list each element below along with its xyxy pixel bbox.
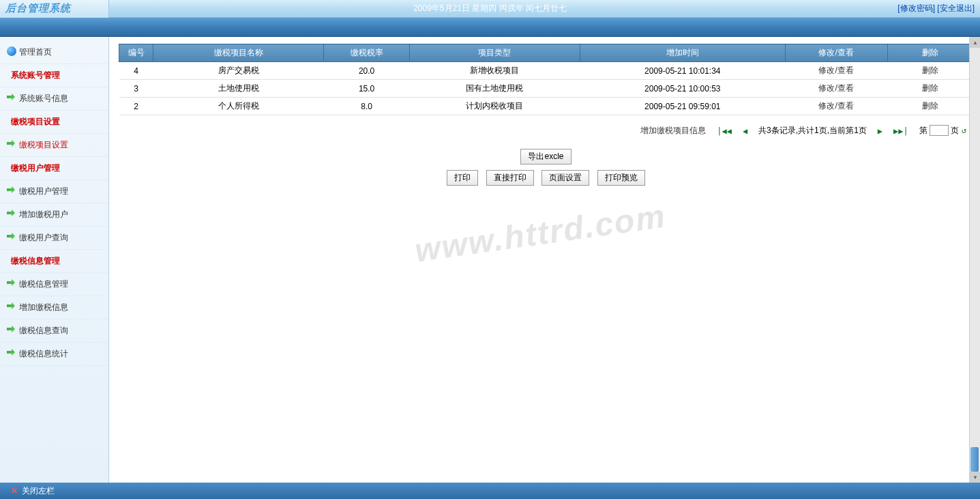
sidebar: 管理首页 系统账号管理系统账号信息缴税项目设置缴税项目设置缴税用户管理缴税用户管… <box>0 37 109 483</box>
arrow-icon <box>7 94 15 100</box>
page-setup-button[interactable]: 页面设置 <box>541 170 589 186</box>
column-header: 增加时间 <box>580 44 785 62</box>
change-password-link[interactable]: [修改密码] <box>897 3 935 13</box>
next-page-button[interactable]: ▶ <box>878 126 882 136</box>
sidebar-item[interactable]: 增加缴税用户 <box>0 203 108 227</box>
column-header: 项目类型 <box>409 44 580 62</box>
last-page-button[interactable]: ▶▶| <box>893 126 908 136</box>
sidebar-item-label: 增加缴税信息 <box>19 302 68 312</box>
sidebar-group-header: 缴税项目设置 <box>0 111 108 134</box>
sidebar-item[interactable]: 缴税信息统计 <box>0 343 108 366</box>
arrow-icon <box>7 140 15 147</box>
prev-page-button[interactable]: ◀ <box>743 126 747 136</box>
watermark: www.httrd.com <box>413 197 668 269</box>
table-row: 4房产交易税20.0新增收税项目2009-05-21 10:01:34修改/查看… <box>119 62 973 80</box>
scroll-down-icon[interactable]: ▼ <box>970 472 980 483</box>
sidebar-item[interactable]: 增加缴税信息 <box>0 296 108 319</box>
delete-link[interactable]: 删除 <box>922 83 938 93</box>
scroll-up-icon[interactable]: ▲ <box>970 37 980 48</box>
top-links: [修改密码] [安全退出] <box>897 3 980 14</box>
cell-rate: 8.0 <box>324 98 409 115</box>
cell-time: 2009-05-21 10:00:53 <box>580 80 785 98</box>
table-row: 3土地使用税15.0国有土地使用税2009-05-21 10:00:53修改/查… <box>119 80 973 98</box>
arrow-icon <box>7 233 15 240</box>
delete-link[interactable]: 删除 <box>922 66 938 75</box>
logout-link[interactable]: [安全退出] <box>937 3 975 13</box>
content-area: 编号缴税项目名称缴税税率项目类型增加时间修改/查看删除 4房产交易税20.0新增… <box>109 37 980 483</box>
arrow-icon <box>7 349 15 356</box>
sidebar-item[interactable]: 缴税项目设置 <box>0 134 108 157</box>
edit-view-link[interactable]: 修改/查看 <box>818 66 853 75</box>
sidebar-item[interactable]: 缴税用户管理 <box>0 180 108 203</box>
cell-time: 2009-05-21 09:59:01 <box>580 98 785 115</box>
sidebar-item[interactable]: 缴税信息查询 <box>0 319 108 343</box>
column-header: 删除 <box>887 44 972 62</box>
cell-name: 房产交易税 <box>153 62 324 80</box>
sidebar-group-header: 缴税用户管理 <box>0 157 108 180</box>
sidebar-group-header: 缴税信息管理 <box>0 250 108 273</box>
cell-type: 国有土地使用税 <box>409 80 580 98</box>
sidebar-item[interactable]: 系统账号信息 <box>0 87 108 111</box>
arrow-icon <box>7 279 15 286</box>
add-record-link[interactable]: 增加缴税项目信息 <box>640 125 706 137</box>
arrow-icon <box>7 186 15 193</box>
scrollbar[interactable]: ▲ ▼ <box>969 37 980 483</box>
sidebar-item-label: 缴税信息管理 <box>19 279 68 289</box>
sidebar-home[interactable]: 管理首页 <box>0 41 108 64</box>
cell-name: 土地使用税 <box>153 80 324 98</box>
close-icon: ✕ <box>11 486 18 496</box>
first-page-button[interactable]: |◀◀ <box>717 126 732 136</box>
cell-id: 2 <box>119 98 153 115</box>
scroll-thumb[interactable] <box>970 447 979 472</box>
sidebar-item-label: 缴税用户管理 <box>19 186 68 196</box>
column-header: 缴税项目名称 <box>153 44 324 62</box>
cell-rate: 15.0 <box>324 80 409 98</box>
cell-id: 3 <box>119 80 153 98</box>
logo: 后台管理系统 <box>0 0 109 18</box>
column-header: 修改/查看 <box>785 44 887 62</box>
second-bar <box>0 18 980 37</box>
cell-rate: 20.0 <box>324 62 409 80</box>
sidebar-item-label: 缴税用户查询 <box>19 233 68 242</box>
arrow-icon <box>7 302 15 309</box>
column-header: 缴税税率 <box>324 44 409 62</box>
sidebar-item-label: 缴税项目设置 <box>19 140 68 149</box>
page-jump-input[interactable] <box>930 125 949 136</box>
pager-summary: 共3条记录,共计1页,当前第1页 <box>758 125 867 137</box>
export-excel-button[interactable]: 导出excle <box>520 149 571 165</box>
sidebar-item[interactable]: 缴税信息管理 <box>0 273 108 296</box>
date-display: 2009年5月21日 星期四 丙戌年 闰七月廿七 <box>413 3 567 14</box>
cell-type: 计划内税收项目 <box>409 98 580 115</box>
print-preview-button[interactable]: 打印预览 <box>597 170 645 186</box>
arrow-icon <box>7 326 15 332</box>
delete-link[interactable]: 删除 <box>922 101 938 111</box>
sidebar-home-label: 管理首页 <box>19 47 52 57</box>
data-table: 编号缴税项目名称缴税税率项目类型增加时间修改/查看删除 4房产交易税20.0新增… <box>119 44 973 115</box>
sidebar-item-label: 缴税信息统计 <box>19 349 68 358</box>
pager: 增加缴税项目信息 |◀◀ ◀ 共3条记录,共计1页,当前第1页 ▶ ▶▶| 第 … <box>119 125 973 137</box>
edit-view-link[interactable]: 修改/查看 <box>818 101 853 111</box>
direct-print-button[interactable]: 直接打印 <box>486 170 534 186</box>
sidebar-item[interactable]: 缴税用户查询 <box>0 227 108 250</box>
bottom-bar: ✕ 关闭左栏 <box>0 483 980 499</box>
cell-type: 新增收税项目 <box>409 62 580 80</box>
page-jump-go[interactable]: ↺ <box>962 126 966 135</box>
sidebar-item-label: 缴税信息查询 <box>19 326 68 335</box>
cell-time: 2009-05-21 10:01:34 <box>580 62 785 80</box>
edit-view-link[interactable]: 修改/查看 <box>818 83 853 93</box>
sidebar-item-label: 增加缴税用户 <box>19 210 68 219</box>
table-row: 2个人所得税8.0计划内税收项目2009-05-21 09:59:01修改/查看… <box>119 98 973 115</box>
column-header: 编号 <box>119 44 153 62</box>
close-left-panel-link[interactable]: 关闭左栏 <box>22 485 55 497</box>
print-button[interactable]: 打印 <box>447 170 478 186</box>
sidebar-group-header: 系统账号管理 <box>0 64 108 87</box>
top-bar: 后台管理系统 2009年5月21日 星期四 丙戌年 闰七月廿七 [修改密码] [… <box>0 0 980 18</box>
globe-icon <box>7 46 16 56</box>
jump-group: 第 页 ↺ <box>919 125 966 137</box>
cell-name: 个人所得税 <box>153 98 324 115</box>
cell-id: 4 <box>119 62 153 80</box>
arrow-icon <box>7 210 15 216</box>
sidebar-item-label: 系统账号信息 <box>19 94 68 103</box>
